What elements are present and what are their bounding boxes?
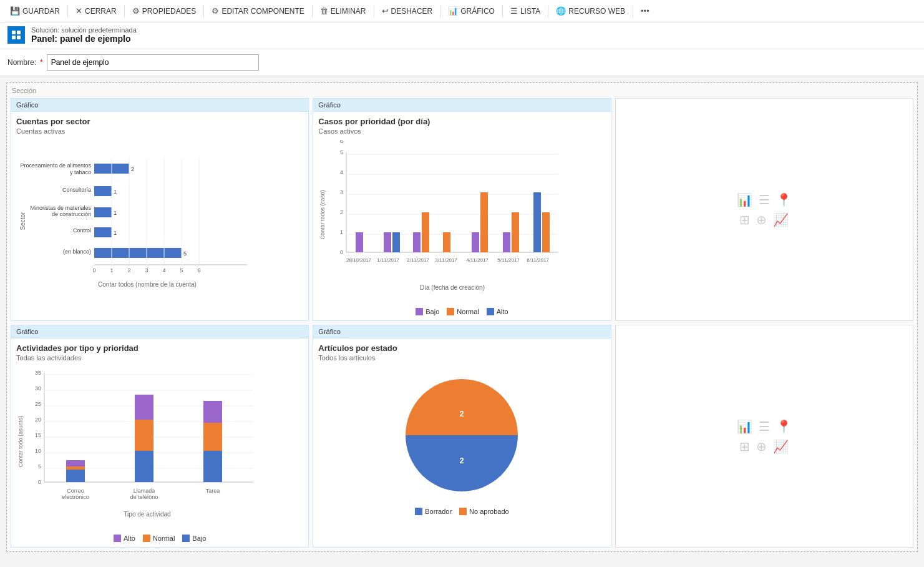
svg-rect-55 (413, 232, 421, 252)
sep9 (633, 5, 633, 17)
trend-placeholder-icon: 📈 (773, 212, 789, 227)
legend-color-alto-3 (114, 535, 121, 542)
dashboard-grid: Gráfico Cuentas por sector Cuentas activ… (11, 98, 913, 548)
chart3-legend: Alto Normal Bajo (16, 535, 303, 542)
svg-rect-96 (66, 470, 85, 476)
chart-title-2: Casos por prioridad (por día) (318, 117, 605, 126)
section-wrapper: Sección Gráfico Cuentas por sector Cuent… (6, 82, 918, 552)
legend-color-alto (487, 308, 494, 315)
sep5 (374, 5, 374, 17)
svg-text:20: 20 (35, 417, 41, 423)
chart-panel-1: Gráfico Cuentas por sector Cuentas activ… (11, 98, 309, 321)
grafico-button[interactable]: 📊 GRÁFICO (443, 4, 500, 18)
svg-text:1: 1 (110, 267, 113, 274)
legend-alto-3: Alto (114, 535, 135, 542)
header-text: Solución: solución predeterminada Panel:… (31, 26, 137, 44)
svg-text:Contar todos (caso): Contar todos (caso) (319, 190, 326, 239)
empty-panel-2: 📊 ☰ 📍 ⊞ ⊕ 📈 (615, 325, 913, 548)
editar-componente-button[interactable]: ⚙ EDITAR COMPONENTE (207, 4, 309, 18)
chart-icon: 📊 (448, 6, 458, 16)
svg-text:5: 5 (340, 149, 343, 155)
trend2-placeholder-icon: 📈 (773, 439, 789, 454)
chart-subtitle-4: Todos los artículos (318, 354, 605, 362)
svg-text:2: 2 (127, 267, 130, 274)
sep7 (502, 5, 503, 17)
page-header: Solución: solución predeterminada Panel:… (0, 22, 924, 49)
svg-text:2: 2 (340, 209, 343, 215)
legend-normal-3: Normal (143, 535, 175, 542)
sep4 (312, 5, 313, 17)
svg-text:0: 0 (38, 479, 41, 485)
list-icon: ☰ (510, 6, 518, 16)
svg-text:4: 4 (162, 267, 165, 274)
empty-icons-row1: 📊 ☰ 📍 (737, 192, 792, 207)
sep3 (203, 5, 204, 17)
list-placeholder-icon: ☰ (759, 192, 770, 207)
svg-text:3/11/2017: 3/11/2017 (435, 257, 458, 263)
svg-text:15: 15 (35, 432, 41, 438)
svg-text:Sector: Sector (19, 212, 26, 230)
svg-text:2/11/2017: 2/11/2017 (407, 257, 430, 263)
pin-placeholder-icon: 📍 (776, 192, 792, 207)
svg-rect-62 (533, 192, 541, 252)
section-label: Sección (11, 87, 913, 94)
svg-rect-10 (94, 186, 112, 196)
circle-placeholder-icon: ⊕ (756, 212, 767, 227)
svg-text:28/10/2017: 28/10/2017 (346, 257, 372, 263)
svg-text:1: 1 (340, 229, 343, 235)
guardar-button[interactable]: 💾 GUARDAR (5, 4, 65, 18)
svg-text:5: 5 (38, 463, 41, 470)
svg-rect-1 (17, 31, 21, 34)
empty-panel-1: 📊 ☰ 📍 ⊞ ⊕ 📈 (615, 98, 913, 321)
circle2-placeholder-icon: ⊕ (756, 439, 767, 454)
recurso-web-button[interactable]: 🌐 RECURSO WEB (551, 4, 630, 18)
solution-label: Solución: solución predeterminada (31, 26, 137, 34)
svg-text:1/11/2017: 1/11/2017 (377, 257, 400, 263)
name-row: Nombre: * (0, 49, 924, 76)
svg-text:Correo: Correo (67, 488, 84, 494)
name-required: * (40, 58, 43, 67)
chart-title-1: Cuentas por sector (16, 117, 303, 126)
legend-color-borrador (415, 508, 422, 515)
chart-panel-3: Gráfico Actividades por tipo y prioridad… (11, 325, 309, 548)
legend-no-aprobado: No aprobado (459, 508, 509, 515)
cerrar-button[interactable]: ✕ CERRAR (71, 4, 122, 18)
legend-bajo-3: Bajo (182, 535, 206, 542)
chart-header-2: Gráfico (313, 99, 610, 112)
svg-text:5/11/2017: 5/11/2017 (498, 257, 520, 263)
svg-text:Día (fecha de creación): Día (fecha de creación) (420, 284, 485, 291)
more-button[interactable]: ••• (636, 4, 654, 18)
chart-placeholder-icon: 📊 (737, 192, 752, 207)
svg-text:de teléfono: de teléfono (130, 494, 158, 500)
svg-rect-20 (94, 248, 182, 258)
lista-button[interactable]: ☰ LISTA (505, 4, 545, 18)
deshacer-button[interactable]: ↩ DESHACER (377, 4, 438, 18)
grid2-placeholder-icon: ⊞ (739, 439, 750, 454)
name-label: Nombre: (7, 58, 36, 67)
svg-rect-52 (356, 232, 363, 252)
chart-header-4: Gráfico (313, 325, 610, 338)
bar-chart-1: Sector Procesamiento de alimentos y taba… (16, 140, 278, 302)
legend-color-no-aprobado (459, 508, 467, 515)
svg-text:Contar todo (asunto): Contar todo (asunto) (17, 416, 24, 468)
legend-bajo: Bajo (416, 308, 439, 315)
chart4-legend: Borrador No aprobado (415, 508, 508, 515)
propiedades-button[interactable]: ⚙ PROPIEDADES (127, 4, 202, 18)
svg-rect-53 (384, 232, 391, 252)
eliminar-button[interactable]: 🗑 ELIMINAR (315, 4, 371, 18)
svg-text:1: 1 (114, 189, 117, 195)
svg-text:6: 6 (340, 140, 343, 144)
name-input[interactable] (47, 54, 259, 71)
svg-text:1: 1 (114, 210, 117, 216)
page-title: Panel: panel de ejemplo (31, 34, 137, 44)
svg-text:30: 30 (35, 385, 41, 392)
svg-text:Control: Control (73, 227, 91, 234)
chart-body-2: Casos por prioridad (por día) Casos acti… (313, 112, 610, 320)
bar-chart-2: Contar todos (caso) 0 1 2 3 4 5 6 (318, 140, 568, 302)
svg-rect-60 (503, 232, 510, 252)
chart-subtitle-3: Todas las actividades (16, 354, 303, 362)
edit-gear-icon: ⚙ (212, 6, 219, 16)
svg-text:2: 2 (460, 456, 464, 465)
svg-rect-104 (203, 401, 222, 423)
sep1 (67, 5, 68, 17)
